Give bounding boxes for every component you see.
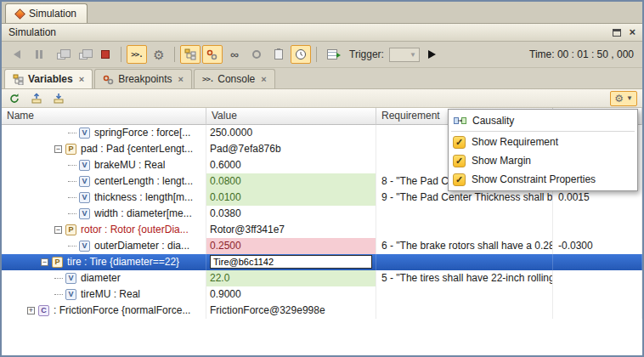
collapse-icon[interactable]: − [54, 145, 62, 153]
table-row[interactable]: −Protor : Rotor {outerDia...Rotor@3ff341… [2, 222, 642, 238]
export-list-icon [327, 49, 337, 60]
row-value-cell[interactable]: 0.6000 [206, 157, 376, 173]
left-triangle-icon [14, 50, 20, 59]
console-toggle-button[interactable]: >>. [127, 45, 147, 64]
collapse-icon[interactable]: − [54, 226, 62, 234]
menu-item-causality[interactable]: Causality [449, 111, 637, 130]
row-value-cell[interactable]: FrictionForce@329e998e [206, 303, 376, 319]
row-name-cell[interactable]: Vdiameter [2, 270, 206, 286]
row-name-cell[interactable]: −Ptire : Tire {diameter==22} [2, 254, 206, 270]
table-row[interactable]: Vdiameter22.05 - "The tires shall have 2… [2, 270, 642, 286]
close-icon[interactable]: × [629, 28, 636, 37]
value-property-icon: V [79, 208, 90, 219]
close-tab-icon[interactable]: × [178, 74, 184, 84]
menu-item-label: Show Constraint Properties [472, 173, 596, 185]
clock-toggle-button[interactable] [291, 45, 311, 64]
row-requirement-cell [376, 303, 553, 319]
options-button[interactable]: ⚙ [149, 45, 169, 64]
row-value-cell[interactable]: Pad@7efa876b [206, 141, 376, 157]
row-value-cell[interactable]: 0.0380 [206, 206, 376, 222]
animation-button[interactable] [246, 45, 267, 64]
record-button[interactable] [268, 45, 289, 64]
table-options-button[interactable]: ⚙ ▼ [610, 91, 637, 106]
breakpoints-icon [103, 74, 114, 85]
variables-toggle-button[interactable] [180, 45, 201, 64]
menu-item-show-constraint-properties[interactable]: ✓ Show Constraint Properties [449, 170, 637, 189]
export-html-button[interactable] [51, 91, 66, 106]
refresh-button[interactable] [7, 91, 22, 106]
row-name-label: diameter [81, 270, 121, 286]
row-value-cell[interactable]: 22.0 [206, 270, 376, 286]
row-value-cell[interactable]: 250.0000 [206, 125, 376, 141]
table-row[interactable]: −Ptire : Tire {diameter==22}Tire@b6c1142 [2, 254, 642, 270]
close-tab-icon[interactable]: × [79, 74, 84, 84]
tab-breakpoints[interactable]: Breakpoints × [94, 69, 192, 88]
clock-icon [295, 48, 307, 60]
row-name-label: springForce : force[... [94, 125, 190, 141]
pause-button[interactable] [29, 45, 49, 64]
table-row[interactable]: +C: FrictionForce {normalForce...Frictio… [2, 303, 642, 319]
infinity-button[interactable]: ∞ [224, 45, 245, 64]
export-log-button[interactable] [322, 45, 342, 64]
collapse-icon[interactable]: − [41, 258, 48, 266]
chevron-down-icon: ▼ [410, 51, 416, 59]
step-back-button[interactable] [7, 45, 27, 64]
tree-line [68, 213, 76, 214]
row-margin-cell [553, 303, 642, 319]
row-name-cell[interactable]: VtireMU : Real [2, 286, 206, 303]
row-margin-cell: 0.0015 [553, 190, 642, 206]
row-name-cell[interactable]: Vwidth : diameter[me... [2, 206, 206, 222]
table-row[interactable]: Vwidth : diameter[me...0.0380 [2, 206, 642, 222]
row-value-cell[interactable]: 0.0100 [206, 190, 376, 206]
menu-item-label: Show Margin [472, 155, 531, 167]
row-name-cell[interactable]: VspringForce : force[... [2, 125, 206, 141]
row-requirement-cell [376, 222, 553, 238]
float-window-icon[interactable] [613, 29, 621, 37]
row-value-cell[interactable]: Tire@b6c1142 [206, 254, 376, 270]
column-header-value[interactable]: Value [206, 108, 376, 125]
terminate-button[interactable] [95, 45, 116, 64]
suspend-all-button[interactable] [73, 45, 93, 64]
menu-separator [451, 131, 635, 132]
row-value-cell[interactable]: Rotor@3ff341e7 [206, 222, 376, 238]
row-value-cell[interactable]: 0.0800 [206, 173, 376, 190]
row-name-cell[interactable]: −Protor : Rotor {outerDia... [2, 222, 206, 238]
menu-item-show-requirement[interactable]: ✓ Show Requirement [449, 133, 637, 151]
panel-titlebar: Simulation × [2, 24, 642, 42]
close-tab-icon[interactable]: × [261, 74, 266, 84]
breakpoints-toggle-button[interactable] [202, 45, 223, 64]
tab-label: Breakpoints [118, 73, 172, 85]
tab-variables[interactable]: Variables × [4, 69, 93, 88]
tab-simulation-document[interactable]: Simulation [5, 3, 88, 23]
resume-all-button[interactable] [51, 45, 71, 64]
simulation-window: Simulation Simulation × >>. ⚙ ∞ [0, 0, 644, 357]
table-row[interactable]: VtireMU : Real0.9000 [2, 286, 642, 303]
toolbar-separator [316, 47, 317, 62]
table-row[interactable]: Vthickness : length[m...0.01009 - "The P… [2, 190, 642, 206]
trigger-dropdown[interactable]: ▼ [389, 48, 420, 62]
export-instance-button[interactable] [29, 91, 44, 106]
row-name-cell[interactable]: −Ppad : Pad {centerLengt... [2, 141, 206, 157]
tree-line [68, 246, 76, 246]
menu-item-show-margin[interactable]: ✓ Show Margin [449, 151, 637, 170]
row-name-cell[interactable]: VcenterLength : lengt... [2, 173, 206, 190]
row-value-cell[interactable]: 0.2500 [206, 238, 376, 254]
row-name-cell[interactable]: +C: FrictionForce {normalForce... [2, 303, 206, 319]
value-property-icon: V [79, 160, 90, 171]
part-property-icon: P [52, 257, 63, 268]
table-row[interactable]: VouterDiameter : dia...0.25006 - "The br… [2, 238, 642, 254]
row-name-cell[interactable]: VbrakeMU : Real [2, 157, 206, 173]
row-value-cell[interactable]: 0.9000 [206, 286, 376, 303]
toolbar-separator [121, 47, 121, 62]
tab-console[interactable]: >>. Console × [194, 69, 275, 88]
expand-icon[interactable]: + [27, 307, 35, 314]
tab-label: Variables [28, 73, 73, 85]
row-name-cell[interactable]: VouterDiameter : dia... [2, 238, 206, 254]
column-header-name[interactable]: Name [2, 108, 206, 125]
value-editor-field[interactable]: Tire@b6c1142 [210, 255, 372, 269]
row-name-cell[interactable]: Vthickness : length[m... [2, 190, 206, 206]
overflow-arrow-icon[interactable] [428, 50, 436, 59]
gear-icon: ⚙ [614, 94, 624, 104]
tab-label: Console [217, 73, 255, 85]
ring-icon [252, 50, 261, 59]
